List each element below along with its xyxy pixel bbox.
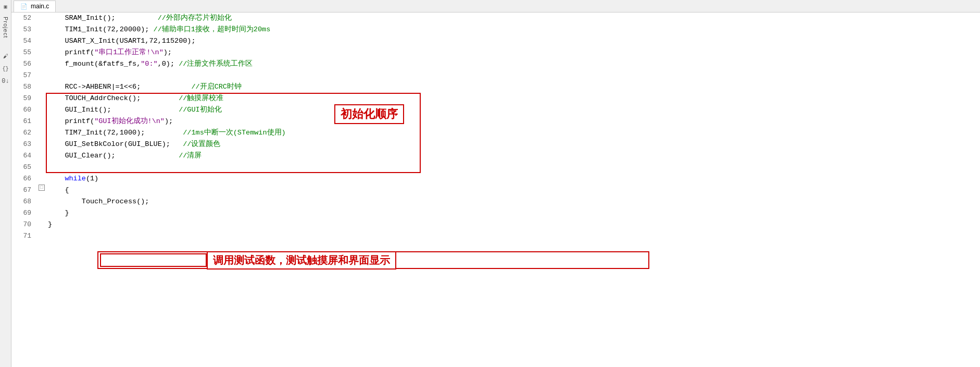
sidebar-project-label: Project <box>3 17 9 38</box>
line-content-60: GUI_Init(); //GUI初始化 <box>46 104 980 116</box>
line-content-67: { <box>46 185 980 196</box>
line-num-64: 64 <box>11 150 37 162</box>
line-num-59: 59 <box>11 93 37 104</box>
tab-main-c[interactable]: 📄 main.c <box>14 1 56 12</box>
sidebar-icon-arrow[interactable]: 0↓ <box>1 77 10 86</box>
code-line-69: 69 } <box>11 207 980 219</box>
line-content-56: f_mount(&fatfs_fs,"0:",0); //注册文件系统工作区 <box>46 58 980 70</box>
line-num-58: 58 <box>11 81 37 93</box>
code-line-60: 60 GUI_Init(); //GUI初始化 <box>11 104 980 116</box>
line-num-71: 71 <box>11 230 37 242</box>
sidebar-icon-top: ▣ <box>1 2 10 11</box>
code-line-68: 68 Touch_Process(); <box>11 196 980 207</box>
code-line-57: 57 <box>11 70 980 81</box>
line-num-69: 69 <box>11 207 37 219</box>
line-content-52: SRAM_Init(); //外部内存芯片初始化 <box>46 13 980 24</box>
code-line-66: 66 while(1) <box>11 173 980 185</box>
code-line-56: 56 f_mount(&fatfs_fs,"0:",0); //注册文件系统工作… <box>11 58 980 70</box>
line-content-63: GUI_SetBkColor(GUI_BLUE); //设置颜色 <box>46 139 980 150</box>
line-content-54: USART_X_Init(USART1,72,115200); <box>46 35 980 47</box>
line-content-61: printf("GUI初始化成功!\n"); <box>46 116 980 127</box>
gutter-67[interactable]: □ <box>37 185 46 191</box>
code-line-53: 53 TIM1_Init(72,20000); //辅助串口1接收，超时时间为2… <box>11 24 980 35</box>
sidebar-icon-braces[interactable]: {} <box>1 64 10 74</box>
line-content-70: } <box>46 219 980 230</box>
code-line-52: 52 SRAM_Init(); //外部内存芯片初始化 <box>11 13 980 24</box>
code-line-64: 64 GUI_Clear(); //清屏 <box>11 150 980 162</box>
code-line-61: 61 printf("GUI初始化成功!\n"); <box>11 116 980 127</box>
line-content-57 <box>46 70 980 81</box>
sidebar-icon-brush[interactable]: 🖌 <box>1 52 10 61</box>
line-content-58: RCC->AHBENR|=1<<6; //开启CRC时钟 <box>46 81 980 93</box>
tab-bar: 📄 main.c <box>11 0 980 13</box>
line-content-59: TOUCH_AddrCheck(); //触摸屏校准 <box>46 93 980 104</box>
line-num-62: 62 <box>11 127 37 139</box>
line-content-68: Touch_Process(); <box>46 196 980 207</box>
code-line-71: 71 <box>11 230 980 242</box>
code-line-55: 55 printf("串口1工作正常!\n"); <box>11 47 980 58</box>
line-num-67: 67 <box>11 185 37 196</box>
line-num-65: 65 <box>11 162 37 173</box>
code-line-59: 59 TOUCH_AddrCheck(); //触摸屏校准 <box>11 93 980 104</box>
sidebar: ▣ Project 🖌 {} 0↓ <box>0 0 11 367</box>
code-line-62: 62 TIM7_Init(72,1000); //1ms中断一次(STemwin… <box>11 127 980 139</box>
annotation-label-touch: 调用测试函数，测试触摸屏和界面显示 <box>207 251 396 270</box>
main-container: ▣ Project 🖌 {} 0↓ 📄 main.c 52 SRAM_Init(… <box>0 0 980 367</box>
editor-area: 📄 main.c 52 SRAM_Init(); //外部内存芯片初始化 53 <box>11 0 980 367</box>
line-content-62: TIM7_Init(72,1000); //1ms中断一次(STemwin使用) <box>46 127 980 139</box>
line-content-65 <box>46 162 980 173</box>
line-num-70: 70 <box>11 219 37 230</box>
line-content-71 <box>46 230 980 242</box>
line-content-53: TIM1_Init(72,20000); //辅助串口1接收，超时时间为20ms <box>46 24 980 35</box>
line-num-53: 53 <box>11 24 37 35</box>
code-line-58: 58 RCC->AHBENR|=1<<6; //开启CRC时钟 <box>11 81 980 93</box>
file-icon: 📄 <box>20 3 28 10</box>
code-line-63: 63 GUI_SetBkColor(GUI_BLUE); //设置颜色 <box>11 139 980 150</box>
line-content-55: printf("串口1工作正常!\n"); <box>46 47 980 58</box>
code-lines: 52 SRAM_Init(); //外部内存芯片初始化 53 TIM1_Init… <box>11 13 980 242</box>
line-num-63: 63 <box>11 139 37 150</box>
line-num-52: 52 <box>11 13 37 24</box>
tab-label: main.c <box>31 3 49 10</box>
code-line-70: 70 } <box>11 219 980 230</box>
line-num-54: 54 <box>11 35 37 47</box>
line-num-68: 68 <box>11 196 37 207</box>
line-content-66: while(1) <box>46 173 980 185</box>
line-num-55: 55 <box>11 47 37 58</box>
line-num-56: 56 <box>11 58 37 70</box>
annotation-label-init: 初始化顺序 <box>334 104 404 124</box>
line-num-57: 57 <box>11 70 37 81</box>
collapse-icon-67[interactable]: □ <box>39 185 45 191</box>
line-content-69: } <box>46 207 980 219</box>
touch-process-box <box>100 253 207 267</box>
code-line-54: 54 USART_X_Init(USART1,72,115200); <box>11 35 980 47</box>
line-num-61: 61 <box>11 116 37 127</box>
code-line-65: 65 <box>11 162 980 173</box>
line-num-60: 60 <box>11 104 37 116</box>
code-line-67: 67 □ { <box>11 185 980 196</box>
line-content-64: GUI_Clear(); //清屏 <box>46 150 980 162</box>
line-num-66: 66 <box>11 173 37 185</box>
code-area[interactable]: 52 SRAM_Init(); //外部内存芯片初始化 53 TIM1_Init… <box>11 13 980 367</box>
